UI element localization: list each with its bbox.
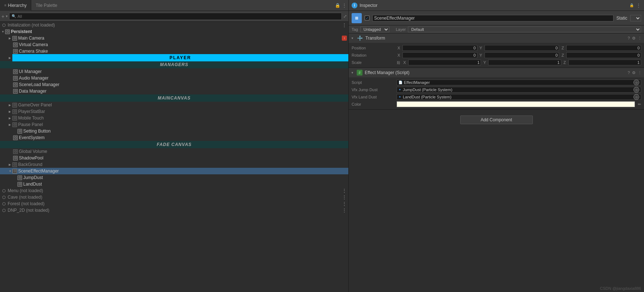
collapse-arrow-icon[interactable]: ▶ bbox=[9, 163, 12, 166]
context-menu-icon[interactable]: ⋮ bbox=[342, 201, 347, 207]
list-item[interactable]: ▶ ⬡ Mobile Touch bbox=[0, 115, 348, 121]
list-item[interactable]: ⬡ Initialization (not loaded) ⋮ bbox=[0, 22, 348, 28]
z-label: Z bbox=[560, 53, 565, 57]
tag-dropdown[interactable]: Untagged bbox=[360, 27, 389, 32]
collapse-arrow-icon[interactable]: ▶ bbox=[9, 123, 12, 126]
list-item[interactable]: ⬡ Audio Manager bbox=[0, 75, 348, 81]
context-menu-icon[interactable]: ⋮ bbox=[342, 22, 347, 28]
list-item[interactable]: ⬡ ShadowPool bbox=[0, 155, 348, 161]
color-field[interactable] bbox=[397, 101, 635, 107]
tab-hierarchy[interactable]: ≡ Hierarchy bbox=[0, 0, 31, 11]
list-item[interactable]: ⬡ SceneLoad Manager bbox=[0, 81, 348, 88]
effect-manager-collapse-icon[interactable]: ▼ bbox=[351, 71, 355, 74]
y-label: Y bbox=[479, 46, 483, 50]
list-item[interactable]: ⬡ Menu (not loaded) ⋮ bbox=[0, 187, 348, 194]
pos-y-field[interactable] bbox=[485, 45, 559, 51]
dropdown-arrow[interactable]: ▾ bbox=[6, 14, 8, 18]
layer-dropdown[interactable]: Default bbox=[408, 27, 641, 32]
select-icon[interactable]: ◎ bbox=[633, 87, 639, 93]
section-divider[interactable]: FADE CANVAS bbox=[0, 141, 348, 148]
help-icon[interactable]: ? bbox=[628, 70, 630, 75]
tag-label: Tag bbox=[352, 27, 358, 32]
list-item[interactable]: ▶ ⬡ GameOver Panel bbox=[0, 102, 348, 108]
scale-z-field[interactable] bbox=[568, 60, 641, 65]
menu-icon[interactable]: ⋮ bbox=[636, 3, 641, 8]
list-item[interactable]: ▶ ⬡ Pause Panel bbox=[0, 121, 348, 128]
list-item[interactable]: ⬡ UI Manager bbox=[0, 68, 348, 75]
transform-body: Position X Y Z Rotation X Y Z bbox=[349, 43, 644, 68]
item-label: Mobile Touch bbox=[18, 115, 44, 121]
add-component-button[interactable]: Add Component bbox=[460, 115, 533, 124]
list-item[interactable]: ⬡ Virtual Camera bbox=[0, 41, 348, 48]
settings-icon[interactable]: ⚙ bbox=[632, 70, 636, 75]
z-label: Z bbox=[560, 46, 565, 50]
search-input[interactable] bbox=[17, 14, 339, 19]
list-item[interactable]: ⬡ Setting Button bbox=[0, 128, 348, 134]
active-checkbox[interactable]: ✓ bbox=[365, 16, 369, 20]
list-item[interactable]: ▼ ⬡ Persistent bbox=[0, 28, 348, 35]
section-divider[interactable]: MANAGERS bbox=[0, 61, 348, 68]
select-icon[interactable]: ◎ bbox=[633, 80, 639, 85]
settings-icon[interactable]: ⚙ bbox=[632, 36, 636, 41]
pos-x-field[interactable] bbox=[402, 45, 477, 51]
rot-y-field[interactable] bbox=[485, 52, 559, 58]
pos-z-field[interactable] bbox=[566, 45, 641, 51]
rot-x-field[interactable] bbox=[402, 52, 477, 58]
lock-icon[interactable]: 🔒 bbox=[335, 3, 340, 8]
list-item[interactable]: ⬡ DNP_2D (not loaded) ⋮ bbox=[0, 207, 348, 214]
scale-x-field[interactable] bbox=[408, 60, 481, 65]
item-label: UI Manager bbox=[19, 69, 42, 74]
tab-tile-palette[interactable]: Tile Palette bbox=[31, 0, 62, 11]
color-picker-icon[interactable]: ✏ bbox=[638, 102, 641, 107]
transform-header[interactable]: ▼ Transform ? ⚙ ⋮ bbox=[349, 33, 644, 43]
collapse-arrow-icon[interactable]: ▶ bbox=[9, 104, 12, 107]
collapse-arrow-icon[interactable]: ▶ bbox=[9, 110, 12, 113]
rot-z-field[interactable] bbox=[566, 52, 641, 58]
collapse-arrow-icon[interactable]: ▶ bbox=[9, 37, 12, 40]
menu-icon[interactable]: ⋮ bbox=[638, 36, 642, 41]
list-item[interactable]: ⬡ EventSystem bbox=[0, 134, 348, 141]
list-item[interactable]: ▶ ⬡ BackGround bbox=[0, 161, 348, 168]
item-label: Camera Shake bbox=[19, 49, 48, 54]
collapse-arrow-icon[interactable]: ▼ bbox=[1, 30, 5, 33]
context-menu-icon[interactable]: ⋮ bbox=[342, 207, 347, 213]
effect-manager-header[interactable]: ▼ # Effect Manager (Script) ? ⚙ ⋮ bbox=[349, 68, 644, 77]
expand-icon[interactable]: ⤢ bbox=[343, 14, 347, 19]
list-item[interactable]: ▶ PLAYER bbox=[0, 54, 348, 61]
menu-icon[interactable]: ⋮ bbox=[342, 3, 347, 8]
list-item[interactable]: ⬡ LandDust bbox=[0, 181, 348, 187]
scale-y-field[interactable] bbox=[488, 60, 561, 65]
collapse-arrow-icon[interactable]: ▼ bbox=[9, 170, 12, 173]
list-item[interactable]: ⬡ JumpDust bbox=[0, 174, 348, 181]
transform-collapse-icon[interactable]: ▼ bbox=[351, 37, 355, 40]
help-icon[interactable]: ? bbox=[628, 36, 630, 40]
add-button[interactable]: + bbox=[1, 13, 4, 19]
lock-icon[interactable]: 🔒 bbox=[629, 3, 634, 7]
collapse-arrow-icon[interactable]: ▶ bbox=[9, 56, 12, 60]
list-item[interactable]: ⬡ Forest (not loaded) ⋮ bbox=[0, 200, 348, 207]
list-item[interactable]: ⬡ Cave (not loaded) ⋮ bbox=[0, 194, 348, 200]
object-header: ✓ Static bbox=[349, 11, 644, 25]
context-menu-icon[interactable]: ⋮ bbox=[342, 194, 347, 200]
scale-link-icon[interactable]: ⛓ bbox=[397, 61, 400, 65]
inspector-title: Inspector bbox=[360, 3, 377, 8]
section-divider[interactable]: MAINCANVAS bbox=[0, 94, 348, 102]
list-item[interactable]: ▼ ⬡ SceneEffectManager bbox=[0, 168, 348, 174]
collapse-arrow-icon[interactable]: ▶ bbox=[9, 117, 12, 120]
static-dropdown[interactable] bbox=[630, 15, 641, 21]
list-item[interactable]: ⬡ Global Volume bbox=[0, 148, 348, 155]
object-type-icon bbox=[352, 13, 362, 23]
gameobject-icon: ⬡ bbox=[5, 29, 10, 34]
list-item[interactable]: ⬡ Camera Shake bbox=[0, 48, 348, 54]
gameobject-icon: ⬡ bbox=[12, 116, 17, 121]
list-item[interactable]: ⬡ Data Manager bbox=[0, 88, 348, 94]
search-bar[interactable]: 🔍 bbox=[9, 13, 342, 20]
list-item[interactable]: ▶ ⬡ Main Camera ! bbox=[0, 35, 348, 41]
object-name-field[interactable] bbox=[372, 15, 613, 21]
scene-icon: ⬡ bbox=[1, 188, 7, 193]
list-item[interactable]: ▶ ⬡ PlayerStatBar bbox=[0, 108, 348, 115]
context-menu-icon[interactable]: ⋮ bbox=[342, 188, 347, 194]
menu-icon[interactable]: ⋮ bbox=[638, 70, 642, 75]
item-label: EventSystem bbox=[19, 135, 45, 140]
select-icon[interactable]: ◎ bbox=[633, 94, 639, 100]
